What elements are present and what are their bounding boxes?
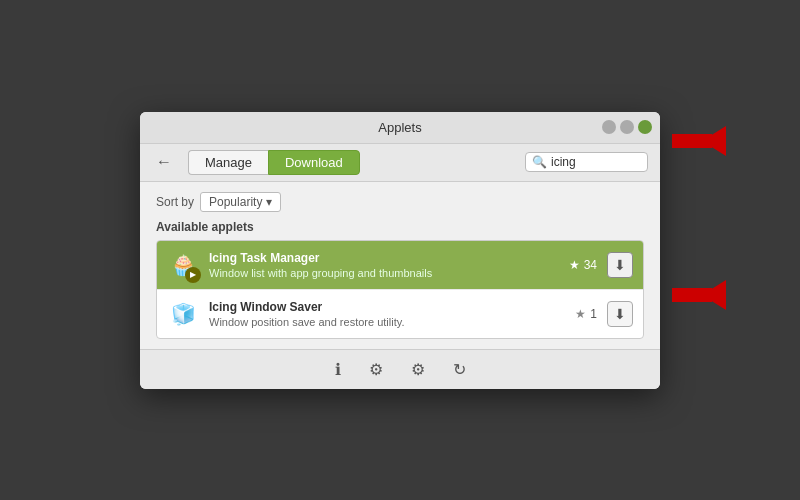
search-input[interactable]: [551, 155, 641, 169]
window-controls: – □: [602, 120, 652, 134]
applet-info: Icing Task Manager Window list with app …: [209, 251, 559, 279]
applet-icon-glyph: 🧊: [171, 302, 196, 326]
applet-name: Icing Task Manager: [209, 251, 559, 265]
titlebar: Applets – □: [140, 112, 660, 144]
close-button[interactable]: [638, 120, 652, 134]
section-label: Available applets: [156, 220, 644, 234]
back-button[interactable]: ←: [152, 151, 176, 173]
applet-desc: Window list with app grouping and thumbn…: [209, 267, 559, 279]
applet-icon-glyph: 🧁: [171, 253, 196, 277]
settings-button[interactable]: ⚙: [363, 356, 389, 383]
applet-desc: Window position save and restore utility…: [209, 316, 565, 328]
applet-name: Icing Window Saver: [209, 300, 565, 314]
minimize-button[interactable]: –: [602, 120, 616, 134]
applet-item[interactable]: 🧁 Icing Task Manager Window list with ap…: [157, 241, 643, 290]
applet-icon: 🧊: [167, 298, 199, 330]
applet-item[interactable]: 🧊 Icing Window Saver Window position sav…: [157, 290, 643, 338]
search-bar: 🔍: [525, 152, 648, 172]
applet-info: Icing Window Saver Window position save …: [209, 300, 565, 328]
star-count: 1: [590, 307, 597, 321]
sort-value: Popularity: [209, 195, 262, 209]
applet-meta: ★ 34: [569, 258, 597, 272]
search-icon: 🔍: [532, 155, 547, 169]
tab-group: Manage Download: [188, 150, 360, 175]
sort-dropdown[interactable]: Popularity ▾: [200, 192, 281, 212]
download-button[interactable]: ⬇: [607, 252, 633, 278]
applets-list: 🧁 Icing Task Manager Window list with ap…: [156, 240, 644, 339]
tab-download[interactable]: Download: [268, 150, 360, 175]
configure-button[interactable]: ⚙: [405, 356, 431, 383]
star-count: 34: [584, 258, 597, 272]
sort-row: Sort by Popularity ▾: [156, 192, 644, 212]
tab-manage[interactable]: Manage: [188, 150, 268, 175]
download-button[interactable]: ⬇: [607, 301, 633, 327]
maximize-button[interactable]: □: [620, 120, 634, 134]
bottom-toolbar: ℹ ⚙ ⚙ ↻: [140, 349, 660, 389]
content-area: Sort by Popularity ▾ Available applets 🧁…: [140, 182, 660, 349]
refresh-button[interactable]: ↻: [447, 356, 472, 383]
tab-bar: ← Manage Download 🔍: [140, 144, 660, 182]
star-icon: ★: [575, 307, 586, 321]
window-title: Applets: [378, 120, 421, 135]
info-button[interactable]: ℹ: [329, 356, 347, 383]
applet-icon: 🧁: [167, 249, 199, 281]
sort-label: Sort by: [156, 195, 194, 209]
applet-meta: ★ 1: [575, 307, 597, 321]
applets-window: Applets – □ ← Manage Download 🔍 Sort by: [140, 112, 660, 389]
star-icon: ★: [569, 258, 580, 272]
sort-arrow: ▾: [266, 195, 272, 209]
